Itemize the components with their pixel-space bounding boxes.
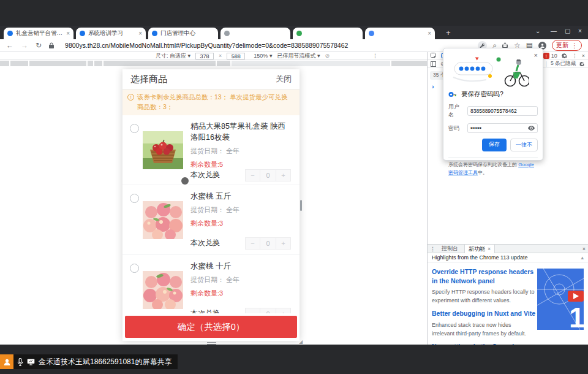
- pickup-date: 提货日期： 全年: [190, 205, 291, 215]
- throttle-select[interactable]: 已停用节流模式 ▾: [277, 52, 320, 60]
- tab-console[interactable]: 控制台: [438, 244, 462, 253]
- footer-text: 中。: [478, 170, 488, 175]
- minimize-icon[interactable]: —: [551, 28, 557, 34]
- remain-label: 剩余数量:: [190, 219, 219, 227]
- maximize-icon[interactable]: ▢: [565, 28, 570, 34]
- issues-badge[interactable]: ! 10: [543, 53, 557, 59]
- viewport-width-input[interactable]: 378: [195, 53, 214, 59]
- tab-close-icon[interactable]: ×: [66, 30, 70, 37]
- plus-button[interactable]: +: [276, 237, 291, 250]
- tab-hidden-1[interactable]: [221, 28, 290, 39]
- window-close-icon[interactable]: ×: [578, 28, 582, 34]
- tab-hidden-2[interactable]: [293, 28, 363, 39]
- scroll-up-icon[interactable]: ▴: [581, 254, 584, 261]
- remaining-quantity: 剩余数量:3: [190, 289, 291, 298]
- never-button[interactable]: 一律不: [510, 139, 538, 151]
- minus-button[interactable]: −: [245, 169, 260, 181]
- footer-text: 系统会将密码保存到此设备上的: [448, 162, 518, 167]
- devtools-close-icon[interactable]: ×: [582, 53, 585, 59]
- console-sidebar-icon[interactable]: [431, 61, 436, 67]
- minus-button[interactable]: −: [245, 308, 260, 314]
- image-number: 1: [569, 302, 584, 330]
- gear-icon[interactable]: [562, 53, 568, 59]
- confirm-button[interactable]: 确定（共选择0）: [125, 316, 297, 338]
- quantity-value[interactable]: 0: [260, 169, 276, 181]
- tab-favicon-icon: [7, 31, 13, 36]
- viewport-height-input[interactable]: 588: [227, 53, 245, 59]
- plus-button[interactable]: +: [276, 308, 291, 314]
- google-key-icon: [448, 91, 458, 97]
- whatsnew-link[interactable]: Better debugging in Nuxt and Vite: [432, 309, 537, 318]
- product-row-peach-10: 水蜜桃 十斤 提货日期： 全年 剩余数量:3 本次兑换: [123, 255, 300, 314]
- update-button[interactable]: 更新 ⋮: [552, 40, 582, 51]
- device-toolbar: 尺寸: 自适应 ▾ 378 × 588 150% ▾ 已停用节流模式 ▾ ⊘ ⋮: [0, 52, 427, 60]
- new-tab-button[interactable]: +: [446, 28, 451, 37]
- exchange-row: 本次兑换 − 0 +: [190, 237, 291, 250]
- tab-close-icon[interactable]: ×: [488, 246, 491, 252]
- tab-favicon-icon: [80, 31, 85, 36]
- tab-training[interactable]: 系统培训学习 ×: [76, 28, 146, 39]
- tab-search-icon[interactable]: ⌄: [535, 28, 540, 34]
- chevron-down-icon: ▾: [270, 53, 273, 59]
- url-text[interactable]: 9800ys.th28.cn/MobileModNoMall.html#/Pic…: [65, 42, 348, 49]
- whatsnew-text: Specify HTTP response headers locally to…: [432, 288, 535, 305]
- touch-cursor: [181, 177, 189, 185]
- modal-close-button[interactable]: 关闭: [276, 74, 292, 85]
- whatsnew-body: Override HTTP response headers in the Ne…: [428, 262, 588, 345]
- radio-button[interactable]: [130, 124, 139, 133]
- size-select[interactable]: 自适应: [170, 53, 186, 59]
- dialog-footer: 系统会将密码保存到此设备上的 Google 密码管理工具中。: [448, 157, 538, 177]
- modal-title: 选择商品: [130, 74, 167, 85]
- participant-button[interactable]: [0, 354, 13, 369]
- whatsnew-banner-image[interactable]: 1: [537, 269, 584, 330]
- reload-icon[interactable]: ↻: [36, 41, 42, 50]
- quantity-value[interactable]: 0: [260, 237, 276, 250]
- drag-handle[interactable]: [207, 342, 216, 345]
- chevron-down-icon[interactable]: ▾: [188, 53, 191, 59]
- inspect-icon[interactable]: [431, 53, 437, 59]
- password-field[interactable]: ••••••: [467, 123, 538, 133]
- console-settings-gear-icon[interactable]: [579, 61, 585, 67]
- more-icon[interactable]: ⋮: [572, 53, 578, 59]
- issues-count: 10: [551, 53, 557, 59]
- save-password-dialog: × 要保存密码吗? 用户名 8385889075578462: [443, 48, 543, 161]
- back-icon[interactable]: ←: [6, 41, 13, 50]
- radio-button[interactable]: [130, 264, 139, 273]
- radio-button[interactable]: [130, 194, 139, 203]
- whatsnew-link[interactable]: New settings in the Console: [432, 342, 537, 345]
- tab-whats-new[interactable]: 新功能 ×: [464, 245, 495, 253]
- tab-label: 门店管理中心: [160, 29, 214, 37]
- minus-button[interactable]: −: [245, 237, 260, 250]
- whatsnew-link[interactable]: Override HTTP response headers in the Ne…: [432, 267, 537, 285]
- forward-icon[interactable]: →: [21, 41, 28, 50]
- pickup-label: 提货日期：: [190, 276, 224, 283]
- drawer-close-icon[interactable]: ×: [582, 246, 586, 252]
- save-button[interactable]: 保存: [482, 139, 507, 151]
- modal-scrollbar[interactable]: [300, 200, 302, 211]
- quantity-value[interactable]: 0: [260, 308, 276, 314]
- tab-close-icon[interactable]: ×: [138, 30, 142, 37]
- tab-favicon-icon: [152, 31, 157, 36]
- microphone-icon[interactable]: [17, 358, 23, 366]
- tab-close-icon[interactable]: ×: [428, 30, 431, 37]
- quantity-stepper: − 0 +: [245, 237, 291, 250]
- more-icon[interactable]: ⋮: [571, 42, 578, 49]
- zoom-select[interactable]: 150% ▾: [254, 53, 272, 59]
- tab-gift-admin[interactable]: 礼盒营销平台管理中心 ×: [4, 28, 74, 39]
- eye-icon[interactable]: [528, 126, 535, 131]
- hidden-messages-label: 5 条已隐藏: [551, 60, 576, 67]
- device-toolbar-more-icon[interactable]: ⋮: [372, 53, 378, 59]
- exchange-label: 本次兑换: [190, 238, 220, 248]
- viewport-resize-icon[interactable]: ◢: [299, 339, 304, 345]
- person-icon: [3, 358, 11, 366]
- plus-button[interactable]: +: [276, 169, 291, 181]
- tab-store-admin[interactable]: 门店管理中心: [148, 28, 218, 39]
- drawer-more-icon[interactable]: ⋮: [430, 246, 435, 252]
- close-icon[interactable]: ×: [534, 52, 538, 59]
- username-field[interactable]: 8385889075578462: [467, 106, 538, 116]
- product-list: 精品大果85苹果礼盒装 陕西洛阳16枚装 提货日期： 全年 剩余数量:5 本次兑…: [123, 115, 300, 314]
- tab-favicon-icon: [369, 31, 374, 36]
- chevron-down-icon: ▾: [317, 53, 320, 59]
- tab-favicon-icon: [296, 31, 302, 36]
- tab-hidden-3[interactable]: ×: [365, 28, 435, 39]
